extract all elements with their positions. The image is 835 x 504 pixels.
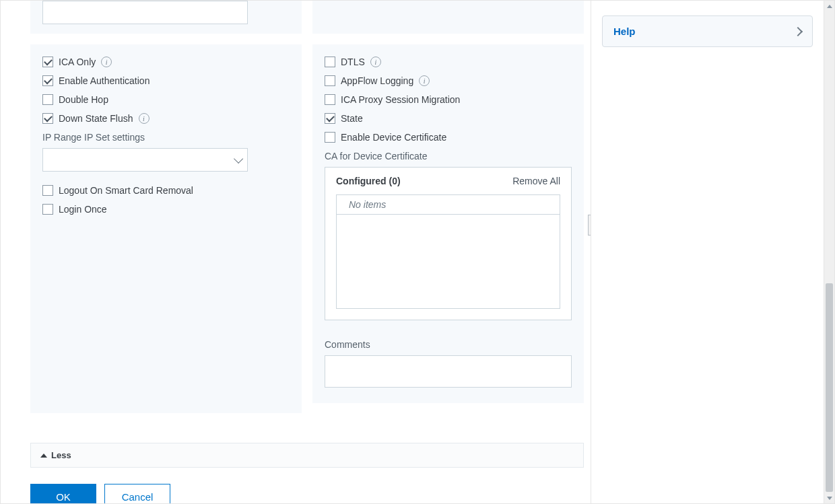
login-once-checkbox[interactable]: [42, 204, 53, 215]
cancel-button[interactable]: Cancel: [104, 484, 170, 503]
right-upper-panel: [312, 1, 584, 34]
right-options-panel: DTLS i AppFlow Logging i ICA Proxy Sessi…: [312, 44, 584, 403]
ip-range-select[interactable]: [42, 148, 248, 172]
upper-input-field[interactable]: [42, 1, 248, 24]
enable-dev-cert-checkbox[interactable]: [325, 132, 335, 143]
ok-button[interactable]: OK: [30, 484, 96, 503]
arrow-up-icon: [827, 5, 832, 8]
ca-list: No items: [336, 194, 560, 309]
ca-panel: Configured (0) Remove All No items: [325, 167, 572, 320]
dtls-checkbox[interactable]: [325, 57, 335, 67]
add-button[interactable]: Add: [588, 215, 591, 236]
state-label: State: [341, 113, 363, 124]
state-checkbox[interactable]: [325, 113, 335, 124]
right-side-pane: Help: [591, 1, 824, 503]
logout-smartcard-label: Logout On Smart Card Removal: [59, 185, 193, 196]
comments-label: Comments: [325, 339, 572, 350]
scroll-up-button[interactable]: [824, 1, 834, 11]
less-toggle[interactable]: Less: [30, 443, 584, 468]
appflow-label: AppFlow Logging: [341, 75, 413, 86]
ca-section-label: CA for Device Certificate: [325, 151, 572, 161]
logout-smartcard-checkbox[interactable]: [42, 185, 53, 196]
ica-proxy-migration-checkbox[interactable]: [325, 94, 335, 105]
info-icon[interactable]: i: [139, 113, 149, 124]
ica-only-label: ICA Only: [59, 57, 96, 67]
help-title: Help: [613, 26, 636, 37]
chevron-down-icon: [234, 153, 243, 163]
arrow-down-icon: [827, 497, 832, 500]
remove-all-link[interactable]: Remove All: [512, 176, 560, 186]
comments-textarea[interactable]: [325, 355, 572, 388]
ip-range-label: IP Range IP Set settings: [42, 132, 290, 143]
enable-dev-cert-label: Enable Device Certificate: [341, 132, 446, 143]
info-icon[interactable]: i: [370, 57, 381, 67]
login-once-label: Login Once: [59, 204, 107, 215]
enable-auth-checkbox[interactable]: [42, 75, 53, 86]
scroll-thumb[interactable]: [826, 283, 833, 492]
double-hop-label: Double Hop: [59, 94, 108, 105]
info-icon[interactable]: i: [419, 75, 430, 86]
info-icon[interactable]: i: [101, 57, 112, 67]
down-state-flush-label: Down State Flush: [59, 113, 133, 124]
left-options-panel: ICA Only i Enable Authentication Double …: [30, 44, 302, 413]
ica-only-checkbox[interactable]: [42, 57, 53, 67]
help-card[interactable]: Help: [602, 15, 813, 47]
ica-proxy-migration-label: ICA Proxy Session Migration: [341, 94, 460, 105]
down-state-flush-checkbox[interactable]: [42, 113, 53, 124]
appflow-checkbox[interactable]: [325, 75, 335, 86]
vertical-scrollbar[interactable]: [824, 1, 834, 503]
scroll-down-button[interactable]: [824, 493, 834, 503]
triangle-up-icon: [40, 454, 47, 458]
dtls-label: DTLS: [341, 57, 365, 67]
footer-actions: OK Cancel: [6, 468, 591, 503]
ca-list-empty: No items: [337, 195, 560, 215]
ca-configured-title: Configured (0): [336, 176, 401, 186]
less-label: Less: [51, 450, 71, 460]
double-hop-checkbox[interactable]: [42, 94, 53, 105]
left-upper-panel: [30, 1, 302, 34]
chevron-right-icon: [793, 26, 803, 36]
enable-auth-label: Enable Authentication: [59, 75, 149, 86]
